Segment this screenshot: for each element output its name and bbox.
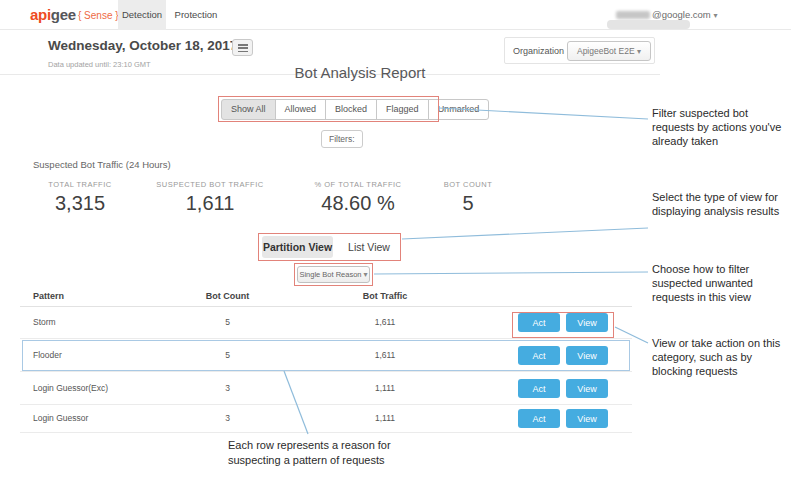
pattern-cell: Storm	[33, 317, 56, 327]
bot-reason-value: Single Bot Reason	[299, 270, 361, 279]
column-header-bot-count: Bot Count	[180, 291, 275, 301]
account-email-domain: @google.com	[652, 9, 711, 20]
chevron-down-icon: ▾	[637, 47, 641, 56]
pattern-cell: Login Guessor(Exc)	[33, 383, 108, 393]
stat-bot-count: BOT COUNT 5	[408, 180, 528, 215]
filter-tab-flagged[interactable]: Flagged	[376, 99, 429, 120]
pattern-cell: Flooder	[33, 350, 62, 360]
stat-label: TOTAL TRAFFIC	[20, 180, 140, 189]
bot-count-cell: 3	[180, 413, 275, 423]
organization-label: Organization	[513, 46, 564, 56]
filters-button[interactable]: Filters:	[321, 130, 363, 148]
sense-product-label: { Sense }	[78, 10, 119, 21]
redacted-username	[616, 11, 650, 19]
table-row: Storm 5 1,611 Act View	[0, 306, 655, 339]
redacted-box	[607, 20, 690, 29]
organization-dropdown[interactable]: ApigeeBot E2E ▾	[567, 41, 651, 61]
stat-suspected-bot-traffic: SUSPECTED BOT TRAFFIC 1,611	[140, 180, 280, 215]
tab-partition-view[interactable]: Partition View	[262, 236, 333, 258]
bot-traffic-cell: 1,111	[330, 413, 440, 423]
logo-api-text: api	[30, 6, 51, 23]
table-row: Flooder 5 1,611 Act View	[0, 339, 655, 372]
top-navigation-bar: apigee { Sense } Detection Protection @g…	[0, 0, 791, 30]
view-button[interactable]: View	[566, 379, 608, 398]
act-button[interactable]: Act	[518, 379, 560, 398]
view-button[interactable]: View	[566, 346, 608, 365]
bot-traffic-cell: 1,611	[330, 350, 440, 360]
stats-section-title: Suspected Bot Traffic (24 Hours)	[33, 159, 171, 170]
stat-value: 5	[408, 192, 528, 215]
stat-total-traffic: TOTAL TRAFFIC 3,315	[20, 180, 140, 215]
act-button[interactable]: Act	[518, 313, 560, 332]
calendar-icon	[238, 44, 248, 52]
annotation-row-meaning: Each row represents a reason for suspect…	[228, 438, 438, 468]
apigee-logo: apigee	[30, 6, 76, 23]
bot-count-cell: 5	[180, 317, 275, 327]
report-date: Wednesday, October 18, 2017	[48, 38, 237, 53]
bot-traffic-cell: 1,611	[330, 317, 440, 327]
stat-label: % OF TOTAL TRAFFIC	[288, 180, 428, 189]
view-button[interactable]: View	[566, 409, 608, 428]
screen: apigee { Sense } Detection Protection @g…	[0, 0, 791, 482]
bot-traffic-cell: 1,111	[330, 383, 440, 393]
act-button[interactable]: Act	[518, 409, 560, 428]
stat-label: SUSPECTED BOT TRAFFIC	[140, 180, 280, 189]
calendar-button[interactable]	[232, 39, 253, 56]
column-header-bot-traffic: Bot Traffic	[330, 291, 440, 301]
table-row: Login Guessor 3 1,111 Act View	[0, 405, 655, 433]
stat-value: 1,611	[140, 192, 280, 215]
filter-tab-allowed[interactable]: Allowed	[275, 99, 327, 120]
annotation-filter-actions: Filter suspected bot requests by actions…	[652, 106, 790, 148]
page-title: Bot Analysis Report	[260, 64, 460, 81]
chevron-down-icon: ▾	[364, 270, 368, 279]
tab-detection[interactable]: Detection	[118, 0, 166, 30]
annotation-row-actions: View or take action on this category, su…	[652, 336, 790, 378]
view-button[interactable]: View	[566, 313, 608, 332]
filter-tab-show-all[interactable]: Show All	[221, 99, 276, 120]
chevron-down-icon: ▾	[713, 11, 717, 20]
bot-count-cell: 5	[180, 350, 275, 360]
tab-list-view[interactable]: List View	[340, 236, 398, 258]
filter-tab-unmarked[interactable]: Unmarked	[428, 99, 490, 120]
stat-label: BOT COUNT	[408, 180, 528, 189]
filter-tabs: Show All Allowed Blocked Flagged Unmarke…	[221, 99, 489, 120]
annotation-reason-filter: Choose how to filter suspected unwanted …	[652, 262, 790, 304]
act-button[interactable]: Act	[518, 346, 560, 365]
filter-tab-blocked[interactable]: Blocked	[325, 99, 377, 120]
logo-gee-text: gee	[51, 6, 76, 23]
annotation-view-type: Select the type of view for displaying a…	[652, 190, 790, 218]
stat-percent-total-traffic: % OF TOTAL TRAFFIC 48.60 %	[288, 180, 428, 215]
column-header-pattern: Pattern	[33, 291, 64, 301]
stat-value: 48.60 %	[288, 192, 428, 215]
organization-selector: Organization ApigeeBot E2E ▾	[504, 37, 655, 64]
stat-value: 3,315	[20, 192, 140, 215]
bot-reason-dropdown[interactable]: Single Bot Reason ▾	[297, 266, 370, 283]
bot-count-cell: 3	[180, 383, 275, 393]
table-row: Login Guessor(Exc) 3 1,111 Act View	[0, 372, 655, 405]
tab-protection[interactable]: Protection	[168, 0, 224, 30]
data-updated-label: Data updated until: 23:10 GMT	[48, 60, 151, 69]
organization-value: ApigeeBot E2E	[577, 46, 635, 56]
pattern-cell: Login Guessor	[33, 413, 88, 423]
row-divider	[20, 432, 632, 433]
